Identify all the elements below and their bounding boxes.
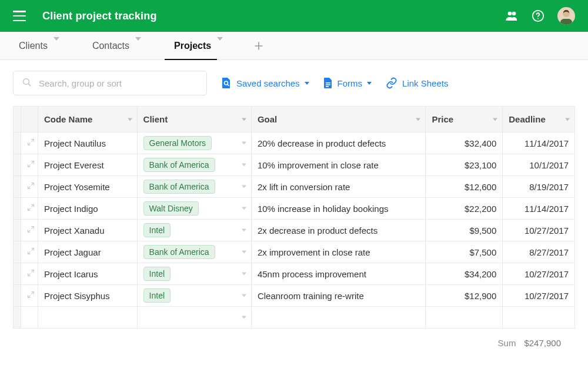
chevron-down-icon[interactable] [135,41,141,51]
cell-price[interactable]: $32,400 [426,132,503,154]
table-row[interactable]: Project IndigoWalt Disney10% increase in… [14,198,575,220]
cell-goal[interactable]: 10% increase in holiday bookings [251,198,426,220]
chevron-down-icon[interactable] [242,251,246,254]
cell-price[interactable]: $12,900 [426,285,503,307]
tab-contacts[interactable]: Contacts [86,32,147,59]
cell-code-name[interactable]: Project Xanadu [38,220,137,241]
chevron-down-icon[interactable] [217,41,223,51]
cell-deadline[interactable] [503,307,575,329]
row-handle[interactable] [14,132,21,154]
table-row[interactable]: Project NautilusGeneral Motors20% decrea… [14,132,575,154]
cell-client[interactable]: General Motors [137,132,251,154]
chevron-down-icon[interactable] [242,229,246,232]
table-row[interactable]: Project SisyphusIntelCleanroom training … [14,285,575,307]
cell-deadline[interactable]: 10/27/2017 [503,263,575,285]
cell-goal[interactable]: 2x lift in conversion rate [251,176,426,198]
cell-deadline[interactable]: 11/14/2017 [503,198,575,220]
table-row[interactable]: Project EverestBank of America10% improv… [14,154,575,176]
cell-price[interactable] [426,307,503,329]
link-sheets-button[interactable]: Link Sheets [386,77,448,89]
row-handle[interactable] [14,154,21,176]
user-avatar[interactable] [557,7,575,25]
saved-searches-button[interactable]: Saved searches [221,77,309,89]
col-header-client[interactable]: Client [137,107,251,132]
cell-client[interactable]: Walt Disney [137,198,251,220]
share-icon[interactable] [505,9,519,23]
expand-row-icon[interactable] [21,220,38,241]
cell-goal[interactable]: 20% decrease in product defects [251,132,426,154]
cell-goal[interactable]: 2x improvement in close rate [251,241,426,263]
cell-price[interactable]: $7,500 [426,241,503,263]
cell-deadline[interactable]: 8/27/2017 [503,241,575,263]
expand-row-icon[interactable] [21,241,38,263]
expand-row-icon[interactable] [21,176,38,198]
chevron-down-icon[interactable] [242,273,246,276]
add-tab-button[interactable] [250,32,268,59]
row-handle[interactable] [14,220,21,241]
table-row[interactable]: Project YosemiteBank of America2x lift i… [14,176,575,198]
tab-clients[interactable]: Clients [13,32,65,59]
cell-client[interactable]: Bank of America [137,154,251,176]
table-row-empty[interactable] [14,307,575,329]
table-row[interactable]: Project IcarusIntel45nm process improvem… [14,263,575,285]
cell-code-name[interactable]: Project Jaguar [38,241,137,263]
expand-row-icon[interactable] [21,285,38,307]
chevron-down-icon[interactable] [242,142,246,145]
cell-code-name[interactable]: Project Icarus [38,263,137,285]
tab-projects[interactable]: Projects [168,32,229,59]
cell-deadline[interactable]: 10/1/2017 [503,154,575,176]
cell-deadline[interactable]: 8/19/2017 [503,176,575,198]
cell-code-name[interactable]: Project Indigo [38,198,137,220]
chevron-down-icon[interactable] [242,207,246,210]
cell-client[interactable]: Intel [137,220,251,241]
cell-price[interactable]: $9,500 [426,220,503,241]
cell-goal[interactable]: Cleanroom training re-write [251,285,426,307]
cell-code-name[interactable]: Project Yosemite [38,176,137,198]
help-icon[interactable] [532,9,544,22]
cell-client[interactable] [137,307,251,329]
cell-price[interactable]: $12,600 [426,176,503,198]
expand-row-icon[interactable] [21,198,38,220]
cell-price[interactable]: $23,100 [426,154,503,176]
cell-client[interactable]: Intel [137,263,251,285]
chevron-down-icon[interactable] [242,294,246,297]
row-handle[interactable] [14,241,21,263]
cell-code-name[interactable]: Project Everest [38,154,137,176]
search-input-wrap[interactable] [13,71,207,95]
expand-row-icon[interactable] [21,154,38,176]
cell-client[interactable]: Bank of America [137,176,251,198]
cell-goal[interactable]: 45nm process improvement [251,263,426,285]
cell-price[interactable]: $34,200 [426,263,503,285]
table-row[interactable]: Project XanaduIntel2x decrease in produc… [14,220,575,241]
forms-button[interactable]: Forms [323,77,372,89]
cell-code-name[interactable]: Project Sisyphus [38,285,137,307]
chevron-down-icon[interactable] [242,164,246,167]
col-header-deadline[interactable]: Deadline [503,107,575,132]
cell-deadline[interactable]: 11/14/2017 [503,132,575,154]
row-handle[interactable] [14,285,21,307]
col-header-goal[interactable]: Goal [251,107,426,132]
cell-code-name[interactable] [38,307,137,329]
cell-deadline[interactable]: 10/27/2017 [503,220,575,241]
cell-goal[interactable]: 2x decrease in product defects [251,220,426,241]
chevron-down-icon[interactable] [242,185,246,188]
cell-price[interactable]: $22,200 [426,198,503,220]
expand-row-icon[interactable] [21,132,38,154]
col-header-code-name[interactable]: Code Name [38,107,137,132]
cell-deadline[interactable]: 10/27/2017 [503,285,575,307]
col-header-price[interactable]: Price [426,107,503,132]
chevron-down-icon[interactable] [242,316,246,319]
cell-goal[interactable]: 10% improvement in close rate [251,154,426,176]
cell-goal[interactable] [251,307,426,329]
cell-client[interactable]: Bank of America [137,241,251,263]
table-row[interactable]: Project JaguarBank of America2x improvem… [14,241,575,263]
row-handle[interactable] [14,198,21,220]
chevron-down-icon[interactable] [54,41,59,51]
row-handle[interactable] [14,307,21,329]
cell-code-name[interactable]: Project Nautilus [38,132,137,154]
expand-row-icon[interactable] [21,263,38,285]
menu-icon[interactable] [13,11,26,21]
row-handle[interactable] [14,263,21,285]
search-input[interactable] [39,78,198,88]
cell-client[interactable]: Intel [137,285,251,307]
